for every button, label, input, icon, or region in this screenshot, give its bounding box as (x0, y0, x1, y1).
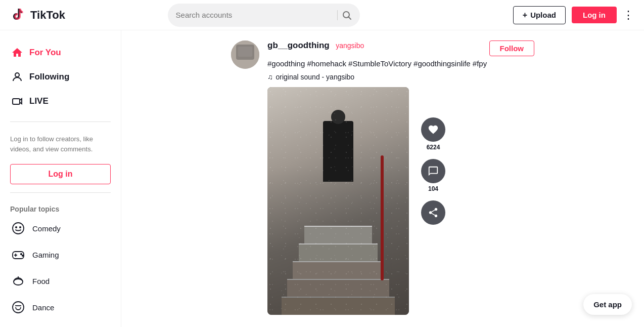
sidebar-item-label-following: Following (29, 72, 69, 82)
topic-label-dance: Dance (32, 303, 54, 312)
like-action[interactable]: 6224 (421, 117, 445, 151)
svg-point-14 (13, 302, 24, 313)
video-handle[interactable]: yangsibo (336, 42, 364, 50)
video-user-details: gb__goodthing yangsibo (267, 40, 364, 51)
search-divider (337, 10, 338, 20)
upload-label: Upload (530, 11, 556, 19)
svg-point-10 (21, 254, 22, 255)
avatar-image (231, 40, 259, 69)
sidebar-topic-comedy[interactable]: Comedy (4, 215, 117, 241)
sidebar-topic-gaming[interactable]: Gaming (4, 241, 117, 268)
share-icon (428, 207, 439, 218)
sidebar-item-label-live: LIVE (29, 96, 49, 106)
home-icon (10, 46, 24, 60)
search-input[interactable] (176, 11, 333, 19)
person-icon (10, 70, 24, 84)
video-card: gb__goodthing yangsibo Follow #goodthing… (231, 40, 534, 315)
svg-point-6 (20, 227, 21, 228)
sidebar-topic-beauty[interactable]: Beauty (4, 320, 117, 327)
video-username[interactable]: gb__goodthing (267, 40, 330, 50)
like-circle (421, 117, 445, 142)
music-note-icon: ♫ (267, 73, 273, 81)
sidebar: For You Following LIVE Log in to follow … (0, 30, 121, 327)
share-action[interactable] (421, 200, 445, 225)
more-options-button[interactable]: ⋮ (623, 9, 634, 22)
tiktok-logo-icon (10, 7, 27, 24)
share-circle (421, 200, 445, 225)
video-info: gb__goodthing yangsibo Follow #goodthing… (267, 40, 534, 315)
video-thumbnail[interactable] (267, 87, 409, 315)
sidebar-login-button[interactable]: Log in (10, 164, 111, 184)
logo-text: TikTok (30, 9, 65, 22)
topic-label-food: Food (32, 277, 50, 285)
svg-rect-19 (238, 47, 252, 57)
header-right: + Upload Log in ⋮ (513, 6, 634, 24)
svg-point-11 (22, 255, 23, 256)
comment-count: 104 (428, 185, 438, 192)
sidebar-divider-1 (10, 121, 111, 122)
svg-point-5 (16, 227, 17, 228)
main-content: gb__goodthing yangsibo Follow #goodthing… (121, 30, 644, 327)
comedy-icon (10, 220, 26, 236)
popular-topics-label: Popular topics (4, 201, 117, 215)
svg-point-12 (14, 279, 23, 285)
follow-button[interactable]: Follow (489, 40, 535, 56)
get-app-button[interactable]: Get app (583, 294, 632, 315)
plus-icon: + (523, 11, 527, 20)
svg-rect-3 (13, 99, 20, 104)
search-icon (342, 10, 352, 20)
sidebar-item-label-for-you: For You (29, 48, 61, 58)
topic-label-gaming: Gaming (32, 251, 59, 259)
video-sound: ♫ original sound - yangsibo (267, 73, 534, 81)
gaming-icon (10, 247, 26, 263)
sidebar-item-live[interactable]: LIVE (4, 89, 117, 113)
railing (381, 155, 384, 281)
avatar[interactable] (231, 40, 259, 69)
comment-circle (421, 159, 445, 183)
live-icon (10, 94, 24, 108)
sidebar-topic-food[interactable]: Food (4, 268, 117, 294)
feed: gb__goodthing yangsibo Follow #goodthing… (231, 40, 534, 327)
like-count: 6224 (427, 144, 440, 151)
upload-button[interactable]: + Upload (513, 6, 566, 24)
video-user-row: gb__goodthing yangsibo Follow (267, 40, 534, 56)
sidebar-topic-dance[interactable]: Dance (4, 294, 117, 320)
header: TikTok + Upload Log in ⋮ (0, 0, 644, 30)
video-tags: #goodthing #homehack #StumbleToVictory #… (267, 58, 534, 70)
more-icon: ⋮ (623, 9, 634, 22)
svg-point-4 (13, 223, 24, 234)
sidebar-item-for-you[interactable]: For You (4, 40, 117, 65)
stair-simulation (267, 87, 409, 315)
snow-overlay (267, 87, 409, 315)
svg-point-2 (15, 73, 19, 77)
comment-icon (428, 166, 439, 177)
topic-label-comedy: Comedy (32, 224, 61, 233)
logo-area: TikTok (10, 7, 91, 24)
svg-line-1 (348, 17, 351, 19)
header-login-button[interactable]: Log in (572, 7, 617, 23)
search-button[interactable] (342, 10, 352, 20)
video-actions: 6224 104 (421, 117, 445, 225)
main-layout: For You Following LIVE Log in to follow … (0, 30, 644, 327)
sound-text: original sound - yangsibo (276, 73, 355, 81)
search-bar (168, 4, 360, 27)
dance-icon (10, 299, 26, 315)
sidebar-divider-2 (10, 192, 111, 193)
login-prompt-text: Log in to follow creators, like videos, … (4, 130, 117, 158)
heart-icon (428, 124, 439, 135)
food-icon (10, 273, 26, 289)
comment-action[interactable]: 104 (421, 159, 445, 192)
sidebar-item-following[interactable]: Following (4, 65, 117, 89)
